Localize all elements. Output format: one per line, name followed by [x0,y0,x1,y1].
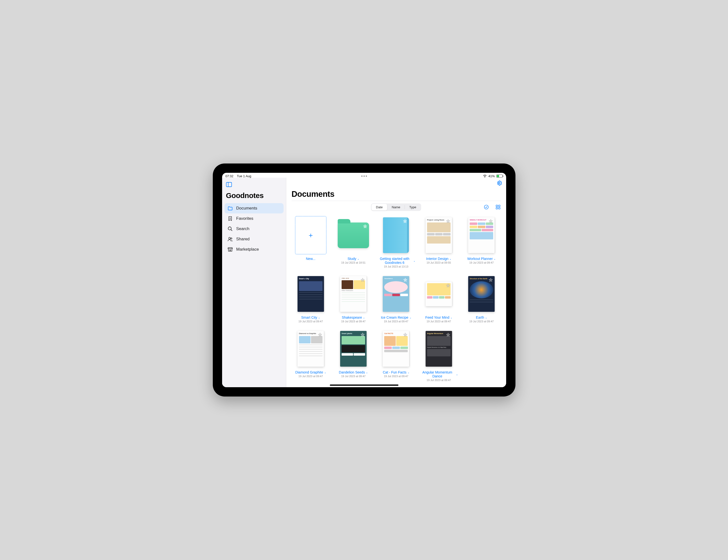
sidebar-toggle-button[interactable] [226,182,232,187]
chevron-down-icon[interactable]: ⌄ [450,316,452,319]
item-title[interactable]: Interior Design [426,257,448,261]
thumb-angular[interactable]: Angular Momentum Angular Momentum of a R… [423,330,454,368]
item-title[interactable]: Study [347,257,356,261]
wifi-icon [483,175,487,178]
document-item-icecream[interactable]: Strawberry Ice Cream Recipe⌄ 19 Jul 2023… [377,275,415,323]
document-item-angular[interactable]: Angular Momentum Angular Momentum of a R… [420,330,458,381]
thumb-study[interactable] [338,216,369,254]
battery-icon [496,175,503,178]
nav-item-marketplace[interactable]: Marketplace [225,244,284,255]
item-title[interactable]: Smart City [301,315,317,319]
star-icon [446,332,451,337]
nav-item-favorites[interactable]: Favorites [225,214,284,224]
nav-item-search[interactable]: Search [225,224,284,234]
item-title[interactable]: Shakespeare [342,315,362,319]
document-item-getting-started[interactable]: Getting started with Goodnotes 6 ⌄ 19 Ju… [377,216,415,268]
star-icon [488,278,493,282]
document-item-cat[interactable]: Cat FACTS Cat - Fun Facts⌄ [377,330,415,381]
document-item-diamond[interactable]: Diamond vs Graphite Diamond Graphite⌄ 19… [292,330,330,381]
view-grid-button[interactable] [495,204,501,210]
thumb-shakespeare[interactable]: 1564–1616 William Shakespeare [338,275,369,313]
documents-grid-scroll[interactable]: ＋ New... [286,214,506,387]
chevron-down-icon[interactable]: ⌄ [357,258,359,260]
home-indicator[interactable] [330,384,398,386]
star-icon [446,219,451,224]
chevron-down-icon[interactable]: ⌄ [413,260,415,262]
chevron-down-icon[interactable]: ⌄ [485,316,487,319]
new-item-label[interactable]: New... [306,257,315,261]
sort-type[interactable]: Type [405,204,420,211]
chevron-down-icon[interactable]: ⌄ [407,371,409,374]
item-date: 19 Jul 2023 at 18:51 [341,261,366,264]
sort-segmented-control[interactable]: Date Name Type [371,204,421,211]
item-title[interactable]: Ice Cream Recipe [381,315,408,319]
nav-item-documents[interactable]: Documents [225,203,284,214]
item-title[interactable]: Feed Your Mind [425,315,449,319]
document-item-shakespeare[interactable]: 1564–1616 William Shakespeare Shakespe [334,275,372,323]
star-icon [360,278,365,282]
chevron-down-icon[interactable]: ⌄ [409,316,411,319]
thumb-interior[interactable]: Project: Living Room [423,216,454,254]
thumb-workout[interactable]: WEEKLY WORKOUT [466,216,497,254]
document-item-feed-mind[interactable]: Feed Your Mind⌄ 19 Jul 2023 at 09:47 [420,275,458,323]
store-icon [227,247,233,252]
item-title[interactable]: Workout Planner [467,257,493,261]
document-item-workout[interactable]: WEEKLY WORKOUT [462,216,501,268]
page-thumbnail: Smart plants: [340,331,367,367]
star-icon [403,278,408,282]
chevron-down-icon[interactable]: ⌄ [366,371,368,374]
page-thumbnail: Angular Momentum Angular Momentum of a R… [426,331,452,367]
sort-date[interactable]: Date [371,204,387,211]
chevron-down-icon[interactable]: ⌄ [318,316,320,319]
thumb-icecream[interactable]: Strawberry [380,275,412,313]
app-root: Goodnotes Documents Favorite [222,173,506,387]
status-right: 41% [483,174,502,178]
thumb-diamond[interactable]: Diamond vs Graphite [295,330,326,368]
document-item-smart-city[interactable]: Smart ● City Smart City⌄ 19 Jul 2023 at … [292,275,330,323]
item-title[interactable]: Cat - Fun Facts [383,370,406,374]
document-item-study[interactable]: Study ⌄ 19 Jul 2023 at 18:51 [334,216,372,268]
document-item-dandelion[interactable]: Smart plants: Dandelion Seeds⌄ [334,330,372,381]
item-date: 19 Jul 2023 at 09:55 [427,261,451,264]
thumb-cat[interactable]: Cat FACTS [380,330,412,368]
screen: 07:32 Tue 1 Aug 41% [222,173,506,387]
new-document-item[interactable]: ＋ New... [292,216,330,268]
new-item-thumb[interactable]: ＋ [295,216,326,254]
star-icon [446,283,451,288]
thumb-dandelion[interactable]: Smart plants: [338,330,369,368]
svg-rect-9 [496,205,497,207]
chevron-down-icon[interactable]: ⌄ [449,258,451,260]
status-date: Tue 1 Aug [237,174,251,178]
item-title[interactable]: Getting started with Goodnotes 6 [377,257,412,265]
main-content: Documents Date Name Type [286,178,506,387]
sort-name[interactable]: Name [387,204,405,211]
svg-point-6 [230,238,232,240]
status-left: 07:32 Tue 1 Aug [226,174,251,178]
chevron-down-icon[interactable]: ⌄ [324,371,326,374]
select-button[interactable] [484,204,489,210]
nav-item-shared[interactable]: Shared [225,234,284,244]
thumb-feed-mind[interactable] [423,275,454,313]
settings-button[interactable] [496,180,502,189]
chevron-down-icon[interactable]: ⌄ [363,316,365,319]
chevron-down-icon[interactable]: ⌄ [456,373,458,376]
svg-rect-12 [498,208,500,209]
nav-label-marketplace: Marketplace [236,247,259,252]
toolbar-actions [484,204,501,210]
thumb-earth[interactable]: Structure of the Earth [466,275,497,313]
nav-label-shared: Shared [236,237,250,242]
thumb-getting-started[interactable] [380,216,412,254]
chevron-down-icon[interactable]: ⌄ [494,258,496,260]
item-title[interactable]: Dandelion Seeds [339,370,365,374]
multitask-dots[interactable] [361,176,367,177]
item-title[interactable]: Earth [476,315,484,319]
document-item-earth[interactable]: Structure of the Earth Earth⌄ 19 Jul 202… [462,275,501,323]
document-item-interior-design[interactable]: Project: Living Room Interior Design⌄ [420,216,458,268]
status-bar: 07:32 Tue 1 Aug 41% [222,173,506,179]
item-date: 19 Jul 2023 at 09:47 [298,375,323,378]
item-title[interactable]: Angular Momentum Dance [420,370,455,378]
star-icon [488,219,493,224]
thumb-smart-city[interactable]: Smart ● City [295,275,326,313]
item-title[interactable]: Diamond Graphite [295,370,323,374]
status-time: 07:32 [226,174,234,178]
